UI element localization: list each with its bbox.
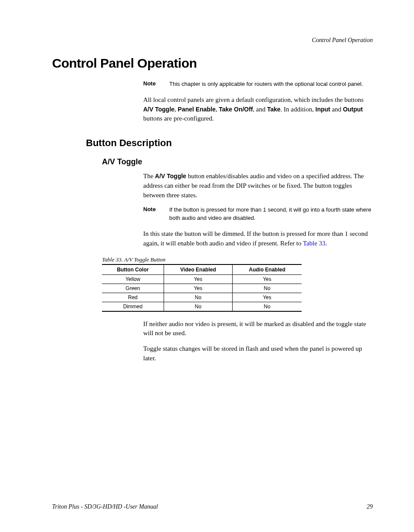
text: buttons are pre-configured. [143,115,214,122]
cell: Yes [164,274,233,284]
cell: No [164,302,233,311]
cell: Dimmed [102,302,164,311]
cell: Yes [232,293,302,302]
button-name: A/V Toggle [143,106,174,113]
text: and [330,106,343,113]
table-caption: Table 33. A/V Toggle Button [102,256,373,263]
button-name: Take On/Off [219,106,253,113]
button-name: Output [343,106,363,113]
page-footer: Triton Plus - SD/3G-HD/HD -User Manual 2… [52,503,373,510]
note-label: Note [143,206,169,222]
text: In this state the button will be dimmed.… [143,230,368,247]
button-name: A/V Toggle [155,173,186,180]
table-header-row: Button Color Video Enabled Audio Enabled [102,264,302,275]
text: , and [253,106,267,113]
cell: Yes [232,274,302,284]
note-block: Note This chapter is only applicable for… [143,80,373,88]
cell: Green [102,284,164,293]
footer-title: Triton Plus - SD/3G-HD/HD -User Manual [52,503,158,510]
note-label: Note [143,80,169,88]
col-header: Button Color [102,264,164,275]
subsection-heading: Button Description [86,137,373,149]
cross-reference-link[interactable]: Table 33 [303,240,325,247]
paragraph: In this state the button will be dimmed.… [143,229,373,248]
cell: Red [102,293,164,302]
cell: Yes [164,284,233,293]
note-text: If the button is pressed for more than 1… [169,206,373,222]
intro-paragraph: All local control panels are given a def… [143,95,373,124]
col-header: Video Enabled [164,264,233,275]
paragraph: If neither audio nor video is present, i… [143,320,373,339]
col-header: Audio Enabled [232,264,302,275]
text: The [143,173,155,180]
page-number: 29 [367,503,373,510]
cell: No [164,293,233,302]
table-row: Red No Yes [102,293,302,302]
table-row: Dimmed No No [102,302,302,311]
section-heading: Control Panel Operation [52,56,373,71]
text: . [325,240,327,247]
subsubsection-heading: A/V Toggle [102,157,373,166]
table-row: Yellow Yes Yes [102,274,302,284]
paragraph: Toggle status changes will be stored in … [143,344,373,363]
button-name: Input [315,106,330,113]
cell: No [232,302,302,311]
running-header: Control Panel Operation [52,37,373,44]
table-row: Green Yes No [102,284,302,293]
text: All local control panels are given a def… [143,96,364,103]
note-text: This chapter is only applicable for rout… [169,80,363,88]
cell: No [232,284,302,293]
paragraph: The A/V Toggle button enables/disables a… [143,172,373,200]
button-name: Panel Enable [178,106,216,113]
text: , [174,106,178,113]
note-block: Note If the button is pressed for more t… [143,206,373,222]
button-name: Take [267,106,280,113]
av-toggle-table: Button Color Video Enabled Audio Enabled… [102,264,302,312]
cell: Yellow [102,274,164,284]
text: . In addition, [280,106,315,113]
